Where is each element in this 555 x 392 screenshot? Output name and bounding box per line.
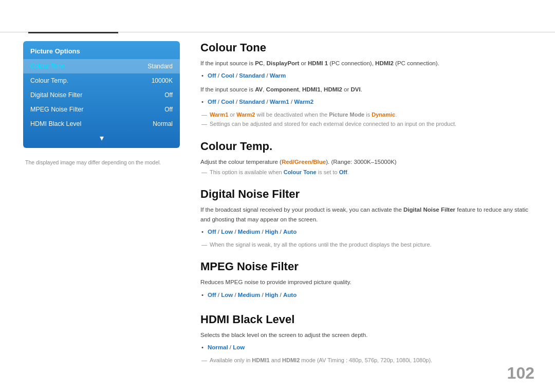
menu-item-digital-noise[interactable]: Digital Noise Filter Off [23,88,180,102]
menu-label-digital-noise: Digital Noise Filter [30,91,82,99]
menu-value-mpeg-noise: Off [164,106,173,113]
menu-value-hdmi-black: Normal [153,120,173,127]
page-number: 102 [507,364,534,383]
section-colour-tone: Colour Tone If the input source is PC, D… [200,41,534,128]
colour-tone-body: If the input source is PC, DisplayPort o… [200,59,534,128]
left-panel: Picture Options Colour Tone Standard Col… [23,41,180,165]
mpeg-noise-title: MPEG Noise Filter [200,260,534,273]
hdmi-black-title: HDMI Black Level [200,313,534,326]
menu-label-mpeg-noise: MPEG Noise Filter [30,106,84,113]
mpeg-noise-body: Reduces MPEG noise to provide improved p… [200,277,534,302]
left-panel-note: The displayed image may differ depending… [23,159,180,165]
menu-label-colour-temp: Colour Temp. [30,77,68,84]
menu-value-digital-noise: Off [164,91,173,99]
section-hdmi-black: HDMI Black Level Selects the black level… [200,313,534,364]
digital-noise-title: Digital Noise Filter [200,188,534,201]
menu-value-colour-tone: Standard [147,63,173,70]
menu-item-colour-tone[interactable]: Colour Tone Standard [23,59,180,73]
section-mpeg-noise: MPEG Noise Filter Reduces MPEG noise to … [200,260,534,302]
right-content: Colour Tone If the input source is PC, D… [200,41,534,376]
colour-temp-title: Colour Temp. [200,140,534,153]
menu-item-mpeg-noise[interactable]: MPEG Noise Filter Off [23,102,180,117]
menu-label-colour-tone: Colour Tone [30,63,65,70]
menu-item-hdmi-black[interactable]: HDMI Black Level Normal [23,117,180,131]
colour-temp-body: Adjust the colour temperature (Red/Green… [200,157,534,177]
hdmi-black-body: Selects the black level on the screen to… [200,330,534,364]
menu-item-colour-temp[interactable]: Colour Temp. 10000K [23,73,180,88]
menu-label-hdmi-black: HDMI Black Level [30,120,81,127]
digital-noise-body: If the broadcast signal received by your… [200,205,534,249]
top-bar-accent [28,32,118,33]
menu-arrow-icon: ▾ [23,131,180,144]
menu-value-colour-temp: 10000K [152,77,173,84]
section-colour-temp: Colour Temp. Adjust the colour temperatu… [200,140,534,177]
section-digital-noise: Digital Noise Filter If the broadcast si… [200,188,534,249]
picture-options-box: Picture Options Colour Tone Standard Col… [23,41,180,148]
picture-options-title: Picture Options [23,47,180,59]
colour-tone-title: Colour Tone [200,41,534,54]
